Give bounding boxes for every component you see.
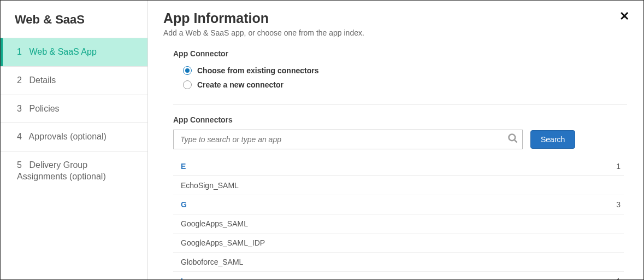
step-label: Delivery Group Assignments (optional) <box>17 160 106 181</box>
page-title: App Information <box>163 10 627 26</box>
wizard-step-approvals[interactable]: 4 Approvals (optional) <box>1 122 147 151</box>
list-group-header[interactable]: L 1 <box>173 272 624 279</box>
radio-unselected-icon <box>183 80 192 89</box>
close-button[interactable]: ✕ <box>619 10 629 22</box>
step-label: Approvals (optional) <box>29 132 107 141</box>
step-number: 2 <box>17 75 27 86</box>
page-subtitle: Add a Web & SaaS app, or choose one from… <box>163 28 627 37</box>
app-connectors-label: App Connectors <box>163 115 627 124</box>
wizard-step-delivery-groups[interactable]: 5 Delivery Group Assignments (optional) <box>1 151 147 191</box>
step-number: 1 <box>17 46 27 58</box>
step-number: 3 <box>17 103 27 115</box>
svg-line-1 <box>515 140 517 142</box>
group-letter: L <box>181 277 186 279</box>
group-count: 1 <box>616 277 621 279</box>
radio-existing-connectors[interactable]: Choose from existing connectors <box>183 63 627 78</box>
app-connector-label: App Connector <box>163 49 627 58</box>
radio-new-connector[interactable]: Create a new connector <box>183 78 627 92</box>
step-label: Web & SaaS App <box>29 47 96 56</box>
radio-selected-icon <box>183 66 192 75</box>
group-letter: G <box>181 200 187 209</box>
search-button[interactable]: Search <box>530 130 575 149</box>
connectors-list[interactable]: E 1 EchoSign_SAML G 3 GoogleApps_SAML Go… <box>173 157 627 279</box>
group-letter: E <box>181 162 186 171</box>
wizard-sidebar: Web & SaaS 1 Web & SaaS App 2 Details 3 … <box>1 1 148 279</box>
divider <box>173 104 627 104</box>
list-group-header[interactable]: G 3 <box>173 195 624 214</box>
list-group-header[interactable]: E 1 <box>173 157 624 176</box>
dialog-frame: Web & SaaS 1 Web & SaaS App 2 Details 3 … <box>0 0 644 280</box>
list-item[interactable]: EchoSign_SAML <box>173 176 624 195</box>
connector-radio-group: Choose from existing connectors Create a… <box>163 63 627 92</box>
main-panel: ✕ App Information Add a Web & SaaS app, … <box>148 1 643 279</box>
group-count: 3 <box>616 200 621 209</box>
radio-label: Choose from existing connectors <box>197 66 318 75</box>
search-input[interactable] <box>173 130 523 149</box>
step-label: Details <box>29 75 56 85</box>
wizard-step-web-saas-app[interactable]: 1 Web & SaaS App <box>1 38 147 66</box>
search-wrap <box>173 130 523 149</box>
list-item[interactable]: Globoforce_SAML <box>173 253 624 272</box>
close-icon: ✕ <box>619 9 629 23</box>
radio-label: Create a new connector <box>197 80 283 89</box>
list-item[interactable]: GoogleApps_SAML <box>173 214 624 234</box>
step-label: Policies <box>29 104 59 113</box>
search-row: Search <box>163 130 627 149</box>
wizard-step-details[interactable]: 2 Details <box>1 66 147 95</box>
search-icon <box>507 133 518 146</box>
list-item[interactable]: GoogleApps_SAML_IDP <box>173 234 624 253</box>
sidebar-title: Web & SaaS <box>1 1 147 38</box>
step-number: 5 <box>17 160 27 171</box>
group-count: 1 <box>616 162 621 171</box>
step-number: 4 <box>17 131 27 143</box>
wizard-step-policies[interactable]: 3 Policies <box>1 95 147 123</box>
